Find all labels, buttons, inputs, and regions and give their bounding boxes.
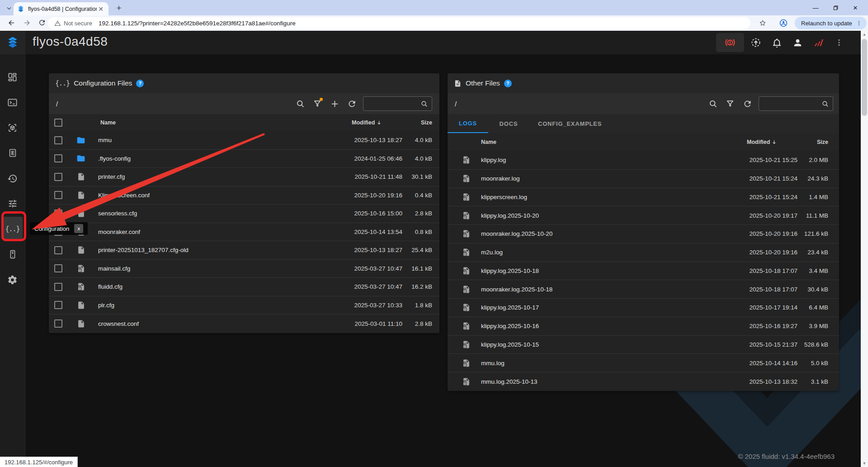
page-scrollbar[interactable]: ▲ ▼ <box>861 31 868 467</box>
select-all-checkbox[interactable] <box>54 119 62 127</box>
breadcrumb-path[interactable]: / <box>455 100 457 108</box>
emergency-stop-button[interactable] <box>716 33 744 52</box>
file-size: 4.0 kB <box>403 137 432 143</box>
row-checkbox[interactable] <box>54 319 62 328</box>
filter-icon[interactable] <box>722 97 739 110</box>
tab-logs[interactable]: LOGS <box>448 114 488 133</box>
file-modified: 2024-01-25 06:46 <box>352 155 402 162</box>
row-checkbox[interactable] <box>54 283 62 291</box>
host-update-icon[interactable] <box>747 31 765 54</box>
file-row[interactable]: sensorless.cfg2025-10-16 15:002.8 kB <box>49 205 439 223</box>
file-row[interactable]: klipperscreen.log2025-10-21 15:241.4 MB <box>448 188 839 207</box>
column-name[interactable]: Name <box>481 139 747 145</box>
sidebar-item-dashboard[interactable] <box>0 64 25 90</box>
file-modified: 2025-10-21 15:24 <box>747 175 797 182</box>
scrollbar-thumb[interactable] <box>862 39 867 116</box>
reload-icon[interactable] <box>38 19 47 28</box>
file-row[interactable]: moonraker.conf2025-10-14 13:540.8 kB <box>49 223 439 242</box>
file-row[interactable]: moonraker.log.2025-10-202025-10-20 19:16… <box>448 225 839 243</box>
minimize-button[interactable]: — <box>806 0 826 15</box>
search-input[interactable] <box>759 96 833 111</box>
file-row[interactable]: klippy.log.2025-10-152025-10-15 21:37528… <box>448 336 839 354</box>
file-row[interactable]: klippy.log.2025-10-202025-10-20 19:1711.… <box>448 206 839 225</box>
scroll-down-icon[interactable]: ▼ <box>861 460 868 467</box>
refresh-icon[interactable] <box>739 97 756 110</box>
file-row[interactable]: m2u.log2025-10-20 19:1623.4 kB <box>448 243 839 262</box>
file-row[interactable]: crowsnest.conf2025-03-01 11:102.8 kB <box>49 315 439 333</box>
file-row[interactable]: printer.cfg2025-10-21 11:4830.1 kB <box>49 168 439 186</box>
notifications-bell-icon[interactable] <box>768 31 786 54</box>
file-row[interactable]: moonraker.log.2025-10-182025-10-18 17:07… <box>448 280 839 299</box>
browser-tab[interactable]: flyos-0a4d58 | Configuration ✕ <box>14 2 108 15</box>
row-checkbox[interactable] <box>54 173 62 181</box>
file-row[interactable]: KlipperScreen.conf2025-10-20 19:160.4 kB <box>49 186 439 205</box>
tooltip-close-chip[interactable]: x <box>74 224 83 233</box>
tab-config_examples[interactable]: CONFIG_EXAMPLES <box>529 114 611 133</box>
file-row[interactable]: klippy.log.2025-10-162025-10-16 19:273.9… <box>448 317 839 336</box>
row-checkbox[interactable] <box>54 210 62 218</box>
sidebar-item-jobs[interactable] <box>0 140 25 166</box>
file-row[interactable]: mmu2025-10-13 18:274.0 kB <box>49 131 439 150</box>
column-size[interactable]: Size <box>403 119 432 126</box>
forward-icon[interactable] <box>23 19 32 28</box>
user-icon[interactable] <box>788 31 807 54</box>
row-checkbox[interactable] <box>54 136 62 144</box>
filter-icon[interactable] <box>309 97 326 110</box>
search-icon[interactable] <box>292 97 309 110</box>
file-name: klippy.log <box>481 157 747 163</box>
relaunch-to-update-button[interactable]: Relaunch to update <box>795 17 867 29</box>
browser-menu-icon[interactable] <box>856 19 862 27</box>
sidebar-item-console[interactable] <box>0 90 25 115</box>
row-checkbox[interactable] <box>54 191 62 199</box>
file-row[interactable]: .flyos-config2024-01-25 06:464.0 kB <box>49 150 439 168</box>
file-row[interactable]: printer-20251013_182707.cfg-old2025-10-1… <box>49 241 439 260</box>
help-icon[interactable]: ? <box>136 80 144 87</box>
file-row[interactable]: klippy.log2025-10-21 15:252.0 MB <box>448 151 839 170</box>
refresh-icon[interactable] <box>343 97 360 110</box>
file-row[interactable]: mainsail.cfg2025-03-27 10:4716.1 kB <box>49 260 439 278</box>
fluidd-logo-icon[interactable] <box>0 31 25 54</box>
row-checkbox[interactable] <box>54 246 62 254</box>
column-modified[interactable]: Modified <box>352 119 402 126</box>
file-row[interactable]: mmu.log.2025-10-132025-10-13 18:323.1 kB <box>448 372 839 391</box>
tab-docs[interactable]: DOCS <box>488 114 529 133</box>
bookmark-star-icon[interactable] <box>759 19 767 27</box>
search-input[interactable] <box>363 96 432 111</box>
column-size[interactable]: Size <box>798 139 828 145</box>
tab-search-icon[interactable] <box>5 4 14 13</box>
row-checkbox[interactable] <box>54 154 62 162</box>
file-row[interactable]: mmu.log2025-10-14 14:165.0 kB <box>448 354 839 372</box>
file-row[interactable]: plr.cfg2025-03-27 10:331.8 kB <box>49 296 439 315</box>
scroll-up-icon[interactable]: ▲ <box>861 31 868 38</box>
search-icon[interactable] <box>704 97 722 110</box>
file-lock-icon <box>462 303 471 312</box>
row-checkbox[interactable] <box>54 264 62 272</box>
file-row[interactable]: moonraker.log2025-10-21 15:2424.3 kB <box>448 170 839 188</box>
not-secure-chip[interactable]: Not secure <box>54 20 92 27</box>
settings-icon <box>7 275 18 285</box>
sidebar-item-history[interactable] <box>0 166 25 191</box>
file-name: klippy.log.2025-10-20 <box>481 212 747 219</box>
help-icon[interactable]: ? <box>504 80 512 87</box>
back-icon[interactable] <box>7 19 16 28</box>
url-bar[interactable]: Not secure 192.168.1.125/?printer=24282e… <box>48 17 750 29</box>
profile-icon[interactable] <box>779 19 788 28</box>
close-window-button[interactable]: ✕ <box>845 0 865 15</box>
column-modified[interactable]: Modified <box>747 139 797 145</box>
system-icon <box>8 249 18 259</box>
breadcrumb-path[interactable]: / <box>56 100 58 108</box>
new-tab-button[interactable]: + <box>114 3 124 13</box>
file-row[interactable]: klippy.log.2025-10-172025-10-17 19:146.4… <box>448 299 839 317</box>
mmu-logo-icon[interactable] <box>809 31 827 54</box>
sidebar-item-settings[interactable] <box>0 267 25 292</box>
sidebar-item-gcode-preview[interactable] <box>0 115 25 140</box>
tab-close-icon[interactable]: ✕ <box>97 5 105 13</box>
add-file-icon[interactable] <box>326 97 343 110</box>
column-name[interactable]: Name <box>100 119 352 126</box>
file-row[interactable]: klippy.log.2025-10-182025-10-18 17:073.4… <box>448 262 839 281</box>
file-row[interactable]: fluidd.cfg2025-03-27 10:4716.2 kB <box>49 278 439 296</box>
overflow-menu-icon[interactable] <box>830 31 848 54</box>
row-checkbox[interactable] <box>54 301 62 309</box>
maximize-button[interactable] <box>826 0 845 15</box>
sidebar-item-system[interactable] <box>0 242 25 267</box>
